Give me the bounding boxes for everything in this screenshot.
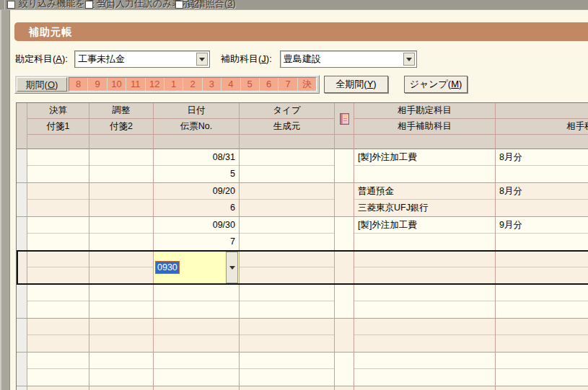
type-origin-cell [240,251,335,284]
table-row[interactable] [17,353,588,386]
row-selector[interactable] [17,285,27,318]
checkbox-icon[interactable] [85,1,93,9]
counter-account-cell: [製]外注加工費 [354,217,496,250]
row-selector[interactable] [17,319,27,352]
period-month-button[interactable]: 1 [164,78,183,91]
period-month-button[interactable]: 7 [278,78,297,91]
fusen1-cell-top [27,353,89,369]
date-slipno-cell [154,319,240,352]
journal-link-cell[interactable] [335,183,354,216]
journal-link-cell[interactable] [335,386,354,390]
date-slipno-cell [154,353,240,386]
journal-link-cell[interactable] [335,149,354,182]
menu-item-today-only[interactable]: 当日入力仕訳のみ表示(2) [85,0,186,10]
chevron-down-icon [406,58,412,61]
journal-link-cell[interactable] [335,217,354,250]
fusen2-cell [89,251,154,284]
row-selector[interactable] [17,386,27,390]
ledger-grid: 決算 付箋1 調整 付箋2 日付 伝票No. タイプ 生成元 [16,102,588,390]
subaccount-select[interactable]: 豊島建設 [280,50,417,68]
account-select-value: 工事未払金 [78,51,125,67]
table-row[interactable]: 08/315[製]外注加工費8月分 [17,149,588,183]
type-origin-cell [240,386,335,390]
counter-account-cell-top: [製]外注加工費 [354,149,495,166]
type-origin-cell-bottom [240,267,334,284]
row-selector[interactable] [17,217,27,250]
fusen1-cell-top [27,149,89,166]
period-month-button[interactable]: 10 [107,78,126,91]
fusen1-cell [27,217,89,250]
row-selector[interactable] [17,353,27,386]
fusen1-cell [27,319,89,352]
date-slipno-cell-top [154,386,239,390]
type-origin-cell-top [240,251,334,267]
header-settlement: 決算 付箋1 [27,103,89,149]
menu-item-balance-check[interactable]: 貸借照合(3) [175,0,247,10]
date-slipno-cell [154,386,240,390]
fusen2-cell-bottom [89,267,153,284]
fusen1-cell-bottom [27,335,89,352]
counter-account-cell-top [354,353,495,369]
table-row[interactable] [17,319,588,353]
fusen1-cell-top [27,217,89,234]
memo-cell [496,386,588,390]
account-select[interactable]: 工事未払金 [74,50,210,68]
date-combo-button[interactable] [226,252,238,267]
fusen1-cell-top [27,319,89,335]
type-origin-cell-bottom [240,335,334,352]
menu-item-filter-toggle[interactable]: 絞り込み機能を使う(1) [7,0,90,10]
subaccount-dropdown-button[interactable] [403,53,415,66]
chevron-down-icon [229,266,235,268]
counter-account-cell-top [354,319,495,335]
fusen2-cell-top [89,386,153,390]
date-edit-value[interactable]: 0930 [155,261,180,267]
period-month-button[interactable]: 決 [297,78,316,91]
fusen2-cell-bottom [89,200,153,216]
period-month-button[interactable]: 6 [259,78,278,91]
app-window: 絞り込み機能を使う(1) 当日入力仕訳のみ表示(2) 貸借照合(3) 補助元帳 … [0,0,588,390]
memo-cell-top [496,353,588,369]
type-origin-cell-bottom [240,234,334,250]
type-origin-cell [240,285,335,318]
period-month-button[interactable]: 5 [240,78,259,91]
journal-link-cell[interactable] [335,319,354,352]
row-selector[interactable] [17,183,27,216]
date-slipno-cell [154,285,240,318]
account-dropdown-button[interactable] [196,53,208,66]
journal-link-cell[interactable] [335,353,354,386]
counter-account-cell [354,319,496,352]
fusen1-cell [27,149,89,182]
period-month-button[interactable]: 4 [221,78,240,91]
table-row[interactable]: 09308 [17,251,588,285]
checkbox-icon[interactable] [7,1,15,9]
period-month-button[interactable]: 12 [145,78,164,91]
memo-cell-top [496,319,588,335]
table-row[interactable]: 09/307[製]外注加工費9月分 [17,217,588,251]
fusen2-cell [89,353,154,386]
journal-link-cell[interactable] [335,285,354,318]
period-month-button[interactable]: 8 [69,78,87,91]
counter-account-cell: 普通預金三菱東京UFJ銀行 [354,183,496,216]
row-selector[interactable] [17,251,27,284]
header-journal-link [335,103,354,149]
all-period-button[interactable]: 全期間(Y) [324,76,388,93]
period-month-button[interactable]: 3 [202,78,221,91]
period-button[interactable]: 期間(O) [17,77,67,92]
jump-button[interactable]: ジャンプ(M) [404,76,468,93]
table-row[interactable] [17,386,588,390]
fusen1-cell-bottom [27,369,89,386]
fusen2-cell [89,386,154,390]
period-month-button[interactable]: 11 [126,78,144,91]
period-month-button[interactable]: 2 [183,78,201,91]
journal-link-cell[interactable] [335,251,354,284]
period-month-button[interactable]: 9 [87,78,106,91]
memo-cell-top [496,386,588,390]
table-row[interactable] [17,285,588,319]
row-selector[interactable] [17,149,27,182]
checkbox-icon[interactable] [175,1,183,9]
counter-account-cell [354,285,496,318]
period-toolbar: 期間(O) 891011121234567決 [14,75,320,94]
date-edit-combo[interactable]: 0930 [154,251,239,267]
counter-account-cell-top [354,386,495,390]
table-row[interactable]: 09/206普通預金三菱東京UFJ銀行8月分 [17,183,588,217]
